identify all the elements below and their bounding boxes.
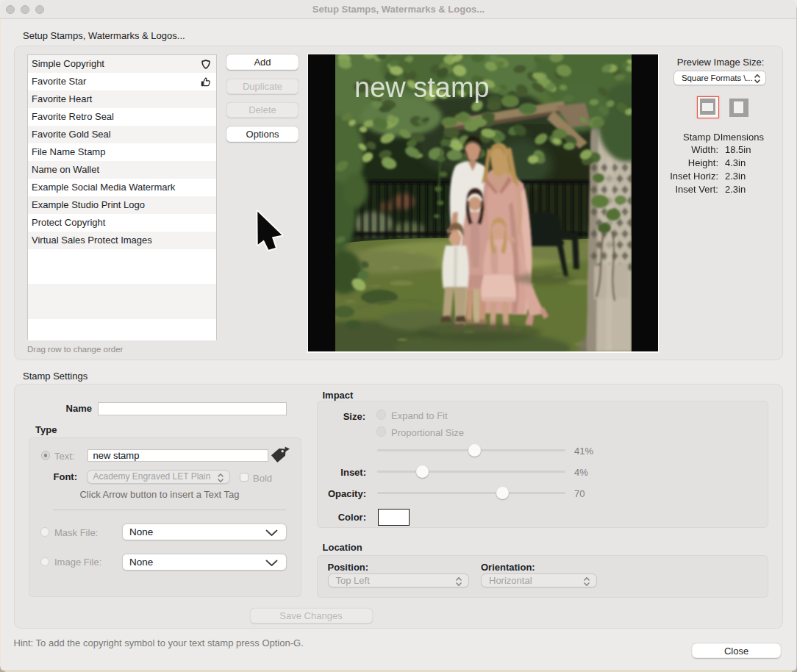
svg-text:new stamp: new stamp (354, 72, 490, 103)
